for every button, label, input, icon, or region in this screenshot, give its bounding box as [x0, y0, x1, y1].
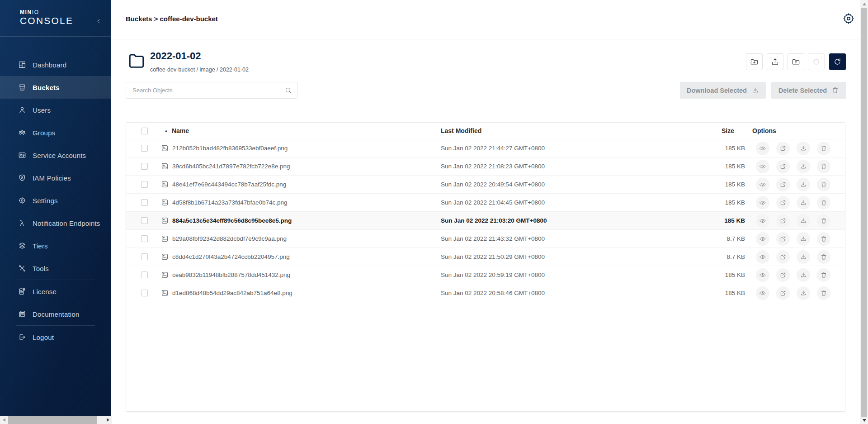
table-row[interactable]: d1ed868d48b54dd29ac842ab751a64e8.png Sun… — [126, 284, 845, 302]
new-path-button[interactable] — [746, 53, 763, 70]
download-button[interactable] — [797, 250, 810, 264]
column-header-name[interactable]: ▲ Name — [159, 127, 434, 134]
sidebar-collapse-button[interactable] — [95, 17, 104, 25]
download-icon — [800, 235, 807, 243]
row-checkbox[interactable] — [141, 199, 148, 206]
share-button[interactable] — [776, 232, 790, 246]
vertical-scrollbar[interactable] — [860, 0, 868, 424]
delete-button[interactable] — [817, 142, 830, 155]
share-button[interactable] — [776, 196, 790, 210]
row-checkbox[interactable] — [141, 163, 148, 170]
table-row[interactable]: 4d58f8b1b6714a23a73fd47bfae0b74c.png Sun… — [126, 193, 845, 211]
preview-button[interactable] — [756, 232, 769, 246]
share-button[interactable] — [776, 178, 790, 191]
row-checkbox[interactable] — [141, 235, 148, 242]
breadcrumb[interactable]: Buckets > coffee-dev-bucket — [126, 15, 218, 23]
preview-button[interactable] — [756, 196, 769, 210]
share-button[interactable] — [776, 250, 790, 264]
download-button[interactable] — [797, 268, 810, 282]
preview-button[interactable] — [756, 160, 769, 173]
sidebar-item-dashboard[interactable]: Dashboard — [0, 53, 111, 76]
share-button[interactable] — [776, 142, 790, 155]
object-name: ceab9832b11948bfb2887578dd451432.png — [172, 272, 290, 278]
download-button[interactable] — [797, 214, 810, 228]
table-row[interactable]: 48e41ef7e69c443494cc78b7aaf25fdc.png Sun… — [126, 175, 845, 193]
download-button[interactable] — [797, 232, 810, 246]
table-row[interactable]: ceab9832b11948bfb2887578dd451432.png Sun… — [126, 266, 845, 284]
horizontal-scrollbar-thumb[interactable] — [8, 416, 97, 424]
delete-button[interactable] — [817, 286, 830, 300]
preview-button[interactable] — [756, 250, 769, 264]
scroll-down-button[interactable] — [860, 416, 868, 424]
scroll-up-button[interactable] — [860, 0, 868, 8]
download-selected-button[interactable]: Download Selected — [680, 82, 766, 99]
sidebar-item-license[interactable]: License — [0, 280, 111, 303]
delete-button[interactable] — [817, 268, 830, 282]
preview-button[interactable] — [756, 142, 769, 155]
row-checkbox[interactable] — [141, 290, 148, 296]
preview-button[interactable] — [756, 214, 769, 228]
delete-button[interactable] — [817, 196, 830, 210]
sidebar-menu: Dashboard Buckets Users Groups Service A… — [0, 37, 111, 348]
objects-table-card: ▲ Name Last Modified Size Options 212b05… — [126, 122, 845, 412]
row-checkbox[interactable] — [141, 181, 148, 188]
sidebar-item-iam-policies[interactable]: IAM Policies — [0, 167, 111, 189]
row-checkbox[interactable] — [141, 253, 148, 260]
delete-button[interactable] — [817, 178, 830, 191]
share-button[interactable] — [776, 286, 790, 300]
preview-button[interactable] — [756, 178, 769, 191]
delete-button[interactable] — [817, 160, 830, 173]
sidebar-item-tiers[interactable]: Tiers — [0, 234, 111, 257]
rewind-icon — [812, 57, 821, 66]
delete-button[interactable] — [817, 232, 830, 246]
table-row[interactable]: 212b052b1bad482fb8369533ebf0aeef.png Sun… — [126, 139, 845, 157]
download-button[interactable] — [797, 178, 810, 191]
delete-selected-button[interactable]: Delete Selected — [771, 82, 846, 99]
sidebar-item-tools[interactable]: Tools — [0, 257, 111, 280]
settings-gear-button[interactable] — [842, 12, 856, 25]
object-path: coffee-dev-bucket / image / 2022-01-02 — [150, 67, 249, 73]
table-row[interactable]: 884a5c13c5e34eff89c56d8c95bee8e5.png Sun… — [126, 211, 845, 229]
sidebar-item-notification-endpoints[interactable]: Notification Endpoints — [0, 212, 111, 234]
scroll-right-button[interactable] — [104, 416, 112, 424]
horizontal-scrollbar[interactable] — [0, 416, 112, 424]
download-button[interactable] — [797, 196, 810, 210]
share-button[interactable] — [776, 160, 790, 173]
share-icon — [779, 163, 787, 170]
refresh-button[interactable] — [829, 53, 846, 70]
row-checkbox[interactable] — [141, 217, 148, 224]
sidebar-item-buckets[interactable]: Buckets — [0, 76, 111, 99]
upload-file-button[interactable] — [767, 53, 783, 70]
search-objects-input[interactable] — [126, 82, 297, 98]
delete-button[interactable] — [817, 250, 830, 264]
object-size: 185 KB — [683, 181, 749, 188]
settings-gear-icon — [18, 196, 26, 205]
sidebar-item-groups[interactable]: Groups — [0, 121, 111, 144]
download-button[interactable] — [797, 286, 810, 300]
scroll-left-button[interactable] — [0, 416, 8, 424]
upload-folder-button[interactable] — [788, 53, 804, 70]
sidebar-item-logout[interactable]: Logout — [0, 326, 111, 348]
delete-button[interactable] — [817, 214, 830, 228]
share-button[interactable] — [776, 214, 790, 228]
select-all-checkbox[interactable] — [141, 128, 148, 134]
download-button[interactable] — [797, 142, 810, 155]
vertical-scrollbar-thumb[interactable] — [861, 8, 867, 417]
main-area: Buckets > coffee-dev-bucket 2022-01-02 c… — [111, 0, 860, 424]
preview-button[interactable] — [756, 268, 769, 282]
download-button[interactable] — [797, 160, 810, 173]
preview-button[interactable] — [756, 286, 769, 300]
row-checkbox[interactable] — [141, 145, 148, 152]
rewind-button[interactable] — [808, 53, 825, 70]
eye-icon — [759, 290, 766, 297]
sidebar-item-settings[interactable]: Settings — [0, 189, 111, 212]
share-button[interactable] — [776, 268, 790, 282]
table-row[interactable]: 39cd6b405bc241d7897e782fcb722e8e.png Sun… — [126, 157, 845, 175]
table-row[interactable]: c8dd4c1d270f43a2b4724ccbb2204957.png Sun… — [126, 248, 845, 266]
sidebar-item-documentation[interactable]: Documentation — [0, 303, 111, 325]
row-checkbox[interactable] — [141, 272, 148, 278]
table-row[interactable]: b29a08fbf92342d882dcbdf7e9c9c9aa.png Sun… — [126, 229, 845, 248]
sidebar-item-users[interactable]: Users — [0, 99, 111, 121]
gear-icon — [842, 12, 856, 25]
sidebar-item-service-accounts[interactable]: Service Accounts — [0, 144, 111, 167]
